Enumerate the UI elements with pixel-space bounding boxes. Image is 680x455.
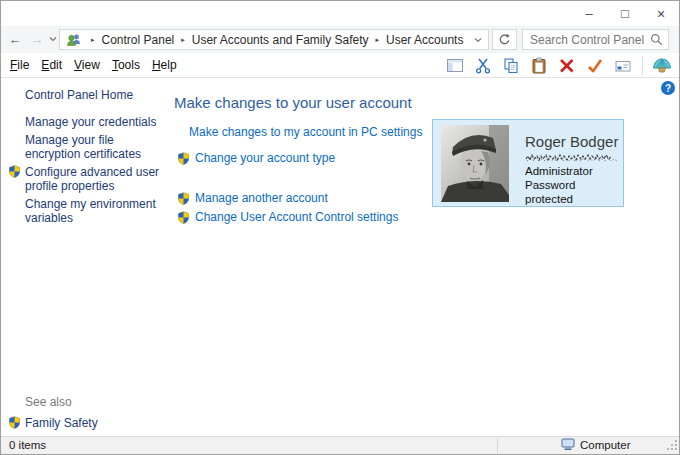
menu-help[interactable]: Help <box>146 55 183 75</box>
menu-bar: File Edit View Tools Help <box>1 53 679 78</box>
uac-shield-icon <box>8 416 21 432</box>
link-label: Change User Account Control settings <box>195 210 398 225</box>
title-bar[interactable]: – □ × <box>1 1 679 26</box>
cut-icon[interactable] <box>472 55 494 77</box>
copy-icon[interactable] <box>500 55 522 77</box>
statusbar-divider <box>497 438 498 453</box>
close-button[interactable]: × <box>643 1 679 26</box>
account-name: Roger Bodger <box>525 133 623 150</box>
menu-edit[interactable]: Edit <box>35 55 68 75</box>
paste-icon[interactable] <box>528 55 550 77</box>
redacted-email-scribble <box>525 152 623 163</box>
page-title: Make changes to your user account <box>174 94 679 111</box>
location-indicator: Computer <box>561 438 631 451</box>
uac-shield-icon <box>177 211 190 224</box>
refresh-icon <box>498 33 511 46</box>
uac-shield-icon <box>177 152 190 165</box>
breadcrumb-item-control-panel[interactable]: Control Panel <box>102 33 175 47</box>
toolbar-separator <box>642 57 643 75</box>
link-label: Manage another account <box>195 191 328 206</box>
check-icon[interactable] <box>584 55 606 77</box>
see-also-heading: See also <box>25 395 98 409</box>
status-bar: 0 items Computer <box>1 436 679 454</box>
recent-locations-chevron-icon[interactable] <box>47 29 59 49</box>
breadcrumb-separator-icon: ▸ <box>91 36 95 44</box>
refresh-button[interactable] <box>492 29 517 50</box>
sidebar: Control Panel Home Manage your credentia… <box>1 79 173 436</box>
breadcrumb-item-user-accounts[interactable]: User Accounts <box>386 33 463 47</box>
sidebar-item-control-panel-home[interactable]: Control Panel Home <box>25 88 173 102</box>
window-controls: – □ × <box>571 1 679 26</box>
minimize-button[interactable]: – <box>571 1 607 26</box>
maximize-button[interactable]: □ <box>607 1 643 26</box>
menu-file[interactable]: File <box>4 55 35 75</box>
toolbar <box>444 53 673 78</box>
search-input[interactable] <box>523 33 650 47</box>
sidebar-item-change-environment-variables[interactable]: Change my environment variables <box>1 197 165 225</box>
sidebar-item-label: Configure advanced user profile properti… <box>25 165 159 193</box>
help-button[interactable]: ? <box>661 81 675 95</box>
sidebar-item-manage-credentials[interactable]: Manage your credentials <box>1 115 165 129</box>
items-count: 0 items <box>9 439 46 451</box>
breadcrumb-item-user-accounts-family-safety[interactable]: User Accounts and Family Safety <box>192 33 369 47</box>
forward-button[interactable]: → <box>27 29 47 49</box>
menu-tools[interactable]: Tools <box>106 55 146 75</box>
account-role: Administrator <box>525 164 623 178</box>
location-label: Computer <box>580 439 631 451</box>
organize-panel-icon[interactable] <box>444 55 466 77</box>
sidebar-item-manage-file-encryption-certificates[interactable]: Manage your file encryption certificates <box>1 133 165 161</box>
control-panel-window: – □ × ← → ▸ Control Panel ▸ User Account… <box>0 0 680 455</box>
breadcrumb[interactable]: ▸ Control Panel ▸ User Accounts and Fami… <box>59 29 489 50</box>
uac-shield-icon <box>177 192 190 205</box>
shell-icon[interactable] <box>651 55 673 77</box>
mail-card-icon[interactable] <box>612 55 634 77</box>
link-label: Change your account type <box>195 151 335 166</box>
link-change-uac-settings[interactable]: Change User Account Control settings <box>174 210 679 225</box>
account-photo <box>441 125 509 202</box>
sidebar-item-label: Family Safety <box>25 416 98 430</box>
user-accounts-icon <box>66 33 82 47</box>
search-icon[interactable] <box>650 33 663 46</box>
breadcrumb-separator-icon: ▸ <box>376 36 380 44</box>
account-password-status: Password protected <box>525 178 623 206</box>
delete-icon[interactable] <box>556 55 578 77</box>
breadcrumb-separator-icon: ▸ <box>181 36 185 44</box>
menu-view[interactable]: View <box>68 55 106 75</box>
resize-grip[interactable] <box>665 438 678 453</box>
computer-icon <box>561 438 575 451</box>
sidebar-item-label: Manage your file encryption certificates <box>25 133 141 161</box>
address-bar: ← → ▸ Control Panel ▸ User Accounts and … <box>1 26 679 53</box>
search-box <box>522 29 669 50</box>
back-button[interactable]: ← <box>5 29 25 49</box>
sidebar-item-label: Change my environment variables <box>25 197 156 225</box>
address-dropdown-chevron-icon[interactable] <box>474 37 484 43</box>
sidebar-item-label: Manage your credentials <box>25 115 156 129</box>
sidebar-item-configure-advanced-user-profile[interactable]: Configure advanced user profile properti… <box>1 165 165 193</box>
uac-shield-icon <box>8 165 21 181</box>
see-also-section: See also Family Safety <box>8 395 98 430</box>
sidebar-item-family-safety[interactable]: Family Safety <box>8 416 98 430</box>
user-account-card: Roger Bodger Administrator Password prot… <box>432 119 624 207</box>
